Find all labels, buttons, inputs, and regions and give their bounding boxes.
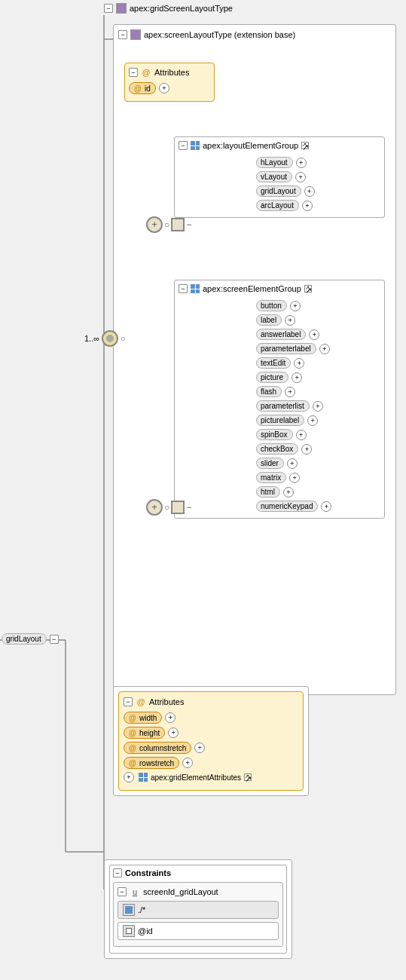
numerickeypad-pill[interactable]: numericKeypad: [256, 501, 318, 512]
ext-collapse-icon[interactable]: −: [118, 30, 127, 39]
constraint-group-label: screenId_gridLayout: [143, 887, 218, 896]
complex-extlink[interactable]: ↗: [244, 773, 252, 781]
screen-element-group-panel: − apex:screenElementGroup ↗ button + lab…: [174, 280, 385, 519]
rowstretch-pill[interactable]: @ rowstretch: [124, 757, 179, 769]
screen-group-extlink[interactable]: ↗: [304, 285, 312, 292]
outer-dash: ○: [121, 334, 126, 343]
id-pill[interactable]: @ id: [129, 82, 156, 94]
checkbox-pill[interactable]: checkBox: [256, 443, 298, 455]
height-label: height: [139, 729, 160, 737]
picturelabel-pill[interactable]: picturelabel: [256, 415, 304, 426]
label-row: label +: [256, 314, 378, 326]
width-row: @ width +: [124, 712, 298, 724]
checkbox-plus[interactable]: +: [301, 444, 312, 455]
layout-group-header: − apex:layoutElementGroup ↗: [175, 137, 384, 154]
multiplicity-label: 1..∞: [84, 334, 99, 343]
attrs-inner-panel: − @ Attributes @ id +: [124, 63, 215, 102]
inner-attrs-label: Attributes: [154, 68, 189, 77]
vlayout-pill[interactable]: vLayout: [256, 171, 292, 182]
screen-group-collapse[interactable]: −: [179, 284, 188, 293]
main-collapse-icon[interactable]: −: [104, 4, 113, 13]
html-plus[interactable]: +: [283, 487, 294, 498]
height-plus[interactable]: +: [168, 727, 179, 738]
gridlayout-side-label: gridLayout: [6, 635, 41, 643]
grid-attrs-at-icon: @: [136, 697, 146, 707]
gridlayout-plus[interactable]: +: [304, 186, 315, 197]
columnstretch-plus[interactable]: +: [194, 743, 205, 753]
numerickeypad-plus[interactable]: +: [321, 501, 331, 512]
parameterlist-plus[interactable]: +: [313, 401, 323, 412]
grid-attrs-collapse[interactable]: −: [124, 697, 133, 706]
arclayout-plus[interactable]: +: [302, 201, 313, 211]
picture-pill[interactable]: picture: [256, 372, 288, 383]
gridlayout-pill[interactable]: gridLayout: [256, 185, 301, 197]
ext-type-icon: [130, 29, 141, 40]
side-minus[interactable]: −: [50, 635, 59, 644]
id-label: id: [145, 84, 151, 93]
answerlabel-plus[interactable]: +: [309, 329, 319, 340]
constraints-panel: − Constraints − u screenId_gridLayout: [104, 859, 292, 959]
button-row: button +: [256, 300, 378, 311]
width-pill[interactable]: @ width: [124, 712, 162, 724]
grid-attrs-section: − @ Attributes @ width + @ height: [118, 691, 304, 791]
vlayout-plus[interactable]: +: [295, 172, 306, 182]
constraint-group-header: − u screenId_gridLayout: [118, 887, 279, 897]
dotslash-icon: [123, 904, 135, 916]
picturelabel-plus[interactable]: +: [307, 415, 318, 426]
label-pill[interactable]: label: [256, 314, 282, 326]
flash-pill[interactable]: flash: [256, 386, 282, 397]
button-pill[interactable]: button: [256, 300, 287, 311]
button-plus[interactable]: +: [290, 301, 301, 311]
height-pill[interactable]: @ height: [124, 727, 165, 739]
main-type-header: − apex:gridScreenLayoutType: [104, 3, 233, 14]
checkbox-row: checkBox +: [256, 443, 378, 455]
layout-connector-node-left: [146, 216, 163, 233]
columnstretch-pill[interactable]: @ columnstretch: [124, 742, 191, 754]
gridlayout-side-pill[interactable]: gridLayout: [2, 633, 47, 645]
textedit-plus[interactable]: +: [294, 358, 304, 369]
inner-attrs-header: − @ Attributes: [129, 67, 210, 78]
columnstretch-label: columnstretch: [139, 744, 186, 752]
parameterlabel-plus[interactable]: +: [319, 344, 330, 354]
answerlabel-pill[interactable]: answerlabel: [256, 329, 306, 340]
parameterlabel-pill[interactable]: parameterlabel: [256, 343, 316, 354]
flash-plus[interactable]: +: [285, 387, 295, 397]
constraints-collapse[interactable]: −: [113, 868, 122, 877]
html-pill[interactable]: html: [256, 486, 280, 498]
vlayout-row: vLayout +: [256, 171, 378, 182]
layout-group-extlink[interactable]: ↗: [301, 142, 309, 149]
flash-row: flash +: [256, 386, 378, 397]
hlayout-plus[interactable]: +: [296, 158, 307, 168]
spinbox-pill[interactable]: spinBox: [256, 429, 293, 440]
complex-plus[interactable]: +: [124, 772, 134, 782]
textedit-pill[interactable]: textEdit: [256, 357, 291, 369]
layout-group-label: apex:layoutElementGroup: [203, 141, 298, 150]
matrix-row: matrix +: [256, 472, 378, 483]
inner-attrs-collapse[interactable]: −: [129, 68, 138, 77]
layout-dash-right: −: [186, 219, 191, 230]
layout-group-collapse[interactable]: −: [179, 141, 188, 150]
slider-plus[interactable]: +: [287, 458, 298, 469]
gridlayout-label: gridLayout: [261, 187, 296, 195]
screen-group-header: − apex:screenElementGroup ↗: [175, 280, 384, 297]
width-plus[interactable]: +: [165, 712, 176, 723]
matrix-plus[interactable]: +: [289, 473, 300, 483]
hlayout-row: hLayout +: [256, 157, 378, 168]
spinbox-plus[interactable]: +: [296, 430, 307, 440]
answerlabel-row: answerlabel +: [256, 329, 378, 340]
label-plus[interactable]: +: [285, 315, 295, 326]
id-at-icon: @: [133, 84, 142, 93]
arclayout-pill[interactable]: arcLayout: [256, 200, 299, 211]
parameterlist-pill[interactable]: parameterlist: [256, 400, 310, 412]
matrix-pill[interactable]: matrix: [256, 472, 286, 483]
constraint-group-collapse[interactable]: −: [118, 887, 127, 896]
layout-connector-rect: [171, 218, 185, 231]
picture-plus[interactable]: +: [292, 372, 302, 383]
rowstretch-plus[interactable]: +: [182, 758, 193, 768]
grid-attrs-header: − @ Attributes: [124, 697, 298, 707]
vlayout-label: vLayout: [261, 173, 287, 181]
hlayout-pill[interactable]: hLayout: [256, 157, 293, 168]
id-plus[interactable]: +: [159, 83, 169, 93]
slider-pill[interactable]: slider: [256, 458, 284, 469]
rowstretch-at: @: [128, 758, 137, 767]
